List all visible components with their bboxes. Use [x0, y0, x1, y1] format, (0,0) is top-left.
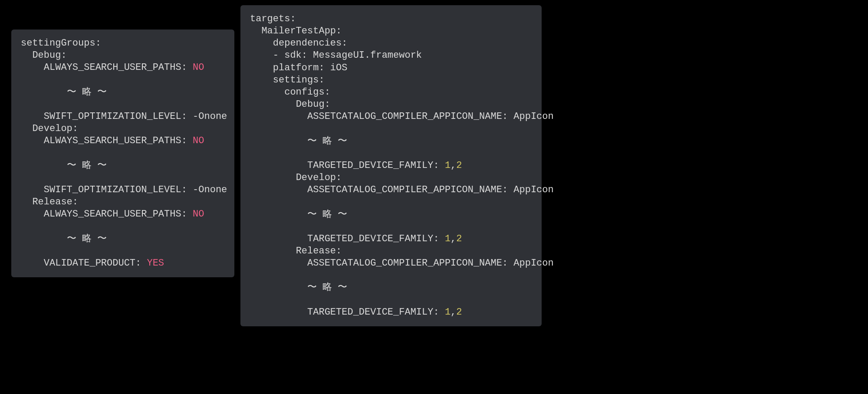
code-token: configs: — [284, 87, 330, 98]
code-line: 〜 略 〜 — [250, 135, 532, 148]
code-line: ALWAYS_SEARCH_USER_PATHS: NO — [21, 62, 225, 74]
code-line: ASSETCATALOG_COMPILER_APPICON_NAME: AppI… — [250, 184, 532, 196]
code-line: platform: iOS — [250, 62, 532, 74]
code-line: Develop: — [21, 123, 225, 135]
code-token: NO — [193, 62, 204, 73]
code-line — [21, 220, 225, 233]
code-token: dependencies: — [273, 38, 348, 49]
code-token: , — [450, 233, 456, 244]
code-line: Develop: — [250, 172, 532, 184]
code-token: Develop: — [32, 123, 78, 134]
code-line — [21, 245, 225, 257]
code-line: ASSETCATALOG_COMPILER_APPICON_NAME: AppI… — [250, 257, 532, 269]
code-token: ASSETCATALOG_COMPILER_APPICON_NAME: AppI… — [307, 111, 554, 122]
code-token: Debug: — [296, 99, 330, 110]
code-line — [21, 74, 225, 86]
code-line: 〜 略 〜 — [250, 209, 532, 221]
code-token: Develop: — [296, 172, 342, 183]
code-token: SWIFT_OPTIMIZATION_LEVEL: -Onone — [44, 184, 227, 195]
code-line: SWIFT_OPTIMIZATION_LEVEL: -Onone — [21, 111, 225, 123]
code-token: 1 — [445, 233, 450, 244]
code-token: Release: — [32, 197, 78, 207]
code-token: YES — [147, 258, 164, 269]
code-line: ALWAYS_SEARCH_USER_PATHS: NO — [21, 135, 225, 147]
code-line — [250, 221, 532, 233]
code-line: settingGroups: — [21, 37, 225, 49]
code-line — [250, 123, 532, 135]
code-token: 〜 略 〜 — [67, 160, 107, 171]
code-token: MailerTestApp: — [261, 26, 342, 36]
code-token: ASSETCATALOG_COMPILER_APPICON_NAME: AppI… — [307, 184, 554, 195]
code-line: VALIDATE_PRODUCT: YES — [21, 257, 225, 269]
code-token: platform: iOS — [273, 62, 348, 73]
code-line: MailerTestApp: — [250, 25, 532, 37]
code-token: ALWAYS_SEARCH_USER_PATHS: — [44, 209, 193, 220]
code-line: 〜 略 〜 — [21, 86, 225, 98]
code-line: targets: — [250, 13, 532, 25]
code-token: targets: — [250, 13, 296, 24]
code-line: 〜 略 〜 — [21, 160, 225, 172]
code-token: TARGETED_DEVICE_FAMILY: — [307, 160, 445, 171]
code-token: 〜 略 〜 — [307, 209, 347, 220]
code-token: Debug: — [32, 50, 66, 61]
code-line — [21, 172, 225, 184]
code-token: 〜 略 〜 — [67, 87, 107, 98]
code-token: settingGroups: — [21, 38, 101, 49]
code-line: 〜 略 〜 — [21, 233, 225, 245]
code-token: ALWAYS_SEARCH_USER_PATHS: — [44, 135, 193, 146]
code-line: settings: — [250, 74, 532, 86]
code-line: TARGETED_DEVICE_FAMILY: 1,2 — [250, 160, 532, 172]
code-line: TARGETED_DEVICE_FAMILY: 1,2 — [250, 233, 532, 245]
code-token: ASSETCATALOG_COMPILER_APPICON_NAME: AppI… — [307, 258, 554, 269]
code-line: 〜 略 〜 — [250, 282, 532, 294]
code-line: ASSETCATALOG_COMPILER_APPICON_NAME: AppI… — [250, 111, 532, 123]
code-line — [250, 269, 532, 282]
code-line — [250, 196, 532, 208]
code-token: 〜 略 〜 — [307, 136, 347, 147]
code-line — [21, 98, 225, 111]
code-line — [21, 147, 225, 159]
code-line: ALWAYS_SEARCH_USER_PATHS: NO — [21, 208, 225, 220]
code-line: Debug: — [250, 98, 532, 111]
code-line — [250, 148, 532, 160]
code-token: TARGETED_DEVICE_FAMILY: — [307, 233, 445, 244]
code-token: NO — [193, 135, 204, 146]
code-line: configs: — [250, 86, 532, 98]
code-token: 1 — [445, 307, 450, 318]
code-token: - sdk: MessageUI.framework — [273, 50, 422, 61]
code-line: SWIFT_OPTIMIZATION_LEVEL: -Onone — [21, 184, 225, 196]
code-token: 〜 略 〜 — [67, 233, 107, 244]
code-token: ALWAYS_SEARCH_USER_PATHS: — [44, 62, 193, 73]
code-token: , — [450, 160, 456, 171]
code-token: SWIFT_OPTIMIZATION_LEVEL: -Onone — [44, 111, 227, 122]
code-line: Debug: — [21, 49, 225, 62]
code-line: - sdk: MessageUI.framework — [250, 49, 532, 62]
code-token: VALIDATE_PRODUCT: — [44, 258, 147, 269]
code-block-left: settingGroups: Debug: ALWAYS_SEARCH_USER… — [11, 30, 234, 277]
code-token: 2 — [456, 160, 462, 171]
code-token: settings: — [273, 75, 325, 85]
code-token: 2 — [456, 307, 462, 318]
code-line: Release: — [250, 245, 532, 257]
code-token: 1 — [445, 160, 450, 171]
code-token: 2 — [456, 233, 462, 244]
code-line: dependencies: — [250, 37, 532, 49]
code-token: Release: — [296, 246, 342, 256]
code-line — [250, 294, 532, 306]
code-token: TARGETED_DEVICE_FAMILY: — [307, 307, 445, 318]
code-line: TARGETED_DEVICE_FAMILY: 1,2 — [250, 306, 532, 318]
code-token: 〜 略 〜 — [307, 282, 347, 293]
code-token: NO — [193, 209, 204, 220]
code-token: , — [450, 307, 456, 318]
code-block-right: targets: MailerTestApp: dependencies: - … — [240, 5, 542, 326]
code-line: Release: — [21, 196, 225, 208]
